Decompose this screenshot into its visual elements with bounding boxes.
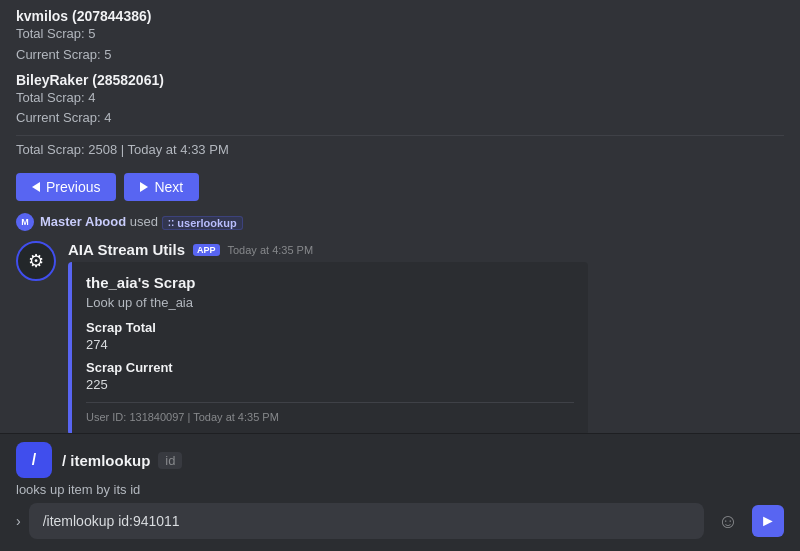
command-used-action: used — [130, 214, 162, 229]
prev-label: Previous — [46, 179, 100, 195]
app-tag: APP — [193, 244, 220, 256]
message-input[interactable] — [29, 503, 704, 539]
bot-avatar: ⚙ — [16, 241, 56, 281]
user2-name: BileyRaker (28582061) — [16, 72, 784, 88]
command-desc: looks up item by its id — [0, 482, 800, 503]
chevron-right-icon[interactable]: › — [16, 513, 21, 529]
bot-avatar-icon: ⚙ — [28, 250, 44, 272]
bot-timestamp: Today at 4:35 PM — [228, 244, 314, 256]
embed-field2-name: Scrap Current — [86, 360, 574, 375]
user1-total-scrap: Total Scrap: 5 — [16, 24, 784, 45]
command-used-text: Master Abood used :: userlookup — [40, 214, 243, 230]
embed-field-scrap-current: Scrap Current 225 — [86, 360, 574, 392]
command-badge-label: userlookup — [177, 217, 236, 229]
bot-header: AIA Stream Utils APP Today at 4:35 PM — [68, 241, 784, 258]
command-used-bar: M Master Abood used :: userlookup — [0, 211, 800, 237]
user2-current-scrap: Current Scrap: 4 — [16, 108, 784, 129]
userlookup-badge[interactable]: :: userlookup — [162, 216, 243, 230]
input-bar: › ☺ ► — [0, 503, 800, 551]
bottom-area: / / itemlookup id looks up item by its i… — [0, 433, 800, 551]
user1-block: kvmilos (207844386) Total Scrap: 5 Curre… — [16, 8, 784, 66]
embed-title: the_aia's Scrap — [86, 274, 574, 291]
bot-message: ⚙ AIA Stream Utils APP Today at 4:35 PM … — [0, 237, 800, 433]
embed-card: the_aia's Scrap Look up of the_aia Scrap… — [68, 262, 588, 433]
bot-name: AIA Stream Utils — [68, 241, 185, 258]
user1-name: kvmilos (207844386) — [16, 8, 784, 24]
embed-field1-name: Scrap Total — [86, 320, 574, 335]
total-scrap-footer: Total Scrap: 2508 | Today at 4:33 PM — [16, 135, 784, 165]
command-hint: / / itemlookup id — [0, 434, 800, 482]
next-button[interactable]: Next — [124, 173, 199, 201]
embed-field1-value: 274 — [86, 337, 574, 352]
prev-arrow-icon — [32, 182, 40, 192]
command-hint-arg: id — [158, 452, 182, 469]
next-arrow-icon — [140, 182, 148, 192]
embed-desc: Look up of the_aia — [86, 295, 574, 310]
user2-block: BileyRaker (28582061) Total Scrap: 4 Cur… — [16, 72, 784, 130]
command-hint-slash: / itemlookup — [62, 452, 150, 469]
command-user-avatar: M — [16, 213, 34, 231]
next-label: Next — [154, 179, 183, 195]
command-icon: / — [16, 442, 52, 478]
slash-big-icon: / — [32, 451, 36, 469]
send-icon: ► — [760, 512, 776, 530]
command-hint-details: / itemlookup id — [62, 452, 182, 469]
emoji-button[interactable]: ☺ — [712, 505, 744, 537]
previous-button[interactable]: Previous — [16, 173, 116, 201]
embed-field2-value: 225 — [86, 377, 574, 392]
command-user-name[interactable]: Master Abood — [40, 214, 126, 229]
nav-buttons: Previous Next — [0, 165, 800, 211]
embed-field-scrap-total: Scrap Total 274 — [86, 320, 574, 352]
slash-icon: :: — [168, 217, 175, 228]
user2-total-scrap: Total Scrap: 4 — [16, 88, 784, 109]
command-hint-name-row: / itemlookup id — [62, 452, 182, 469]
user1-current-scrap: Current Scrap: 5 — [16, 45, 784, 66]
send-button[interactable]: ► — [752, 505, 784, 537]
bot-content: AIA Stream Utils APP Today at 4:35 PM th… — [68, 241, 784, 433]
embed-footer: User ID: 131840097 | Today at 4:35 PM — [86, 402, 574, 423]
